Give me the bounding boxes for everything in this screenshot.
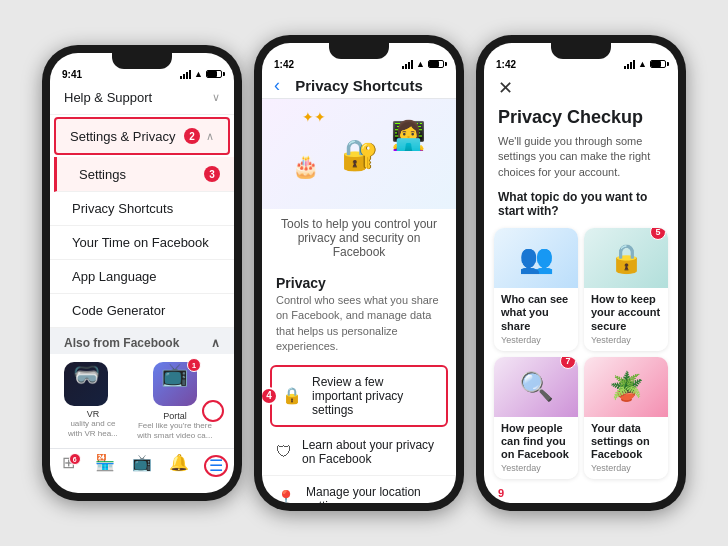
wifi-icon-1: ▲ [194,69,203,79]
watch-icon: 📺 [132,455,152,471]
settings-privacy-badge: 2 [184,128,200,144]
app-vr-name: VR [64,409,122,419]
settings-item[interactable]: Settings 3 [54,157,234,192]
p2-title: Privacy Shortcuts [295,77,423,94]
menu-icon: ☰ [204,455,228,477]
battery-3 [650,60,666,68]
status-icons-1: ▲ [180,69,222,79]
battery-1 [206,70,222,78]
p3-description: We'll guide you through some settings yo… [484,132,678,186]
also-section-header[interactable]: Also from Facebook ∧ [50,328,234,354]
app-vr-desc: uality and ce with VR hea... [64,419,122,438]
nav-menu[interactable]: ☰ [197,455,234,477]
lock-menu-icon: 🔒 [282,386,302,405]
tools-text: Tools to help you control your privacy a… [262,209,456,267]
card-data-title: Your data settings on Facebook [591,422,661,462]
privacy-shortcuts-item[interactable]: Privacy Shortcuts [50,192,234,226]
find-illustration: 🔍 [519,370,554,403]
card-who-title: Who can see what you share [501,293,571,333]
also-section-title: Also from Facebook [64,336,179,350]
card-data-settings[interactable]: 🪴 Your data settings on Facebook Yesterd… [584,357,668,480]
phone-3: 1:42 ▲ ✕ Privacy Checkup We'll guide you… [476,35,686,511]
gift-illustration: 🎂 [292,154,319,180]
p3-header: ✕ [484,71,678,103]
signal-1 [180,70,191,79]
location-item[interactable]: 📍 Manage your location settings [262,476,456,503]
shield-menu-icon: 🛡 [276,443,292,461]
menu-list-1: Help & Support ∨ Settings & Privacy 2 ∧ … [50,81,234,328]
app-vr-icon: 🥽 [64,362,108,406]
vr-emoji: 🥽 [73,362,100,387]
card-data-img: 🪴 [584,357,668,417]
p3-page-title: Privacy Checkup [484,103,678,132]
badge-9-num: 9 [498,487,504,499]
time-2: 1:42 [274,59,294,70]
person-illustration: 👩‍💻 [391,119,426,152]
p3-cards-grid: 👥 Who can see what you share Yesterday 🔒… [484,224,678,483]
home-badge: 6 [69,453,81,465]
app-language-item[interactable]: App Language [50,260,234,294]
nav-notifications[interactable]: 🔔 [160,455,197,477]
privacy-shortcuts-label: Privacy Shortcuts [72,201,173,216]
card-data-time: Yesterday [591,463,661,473]
data-illustration: 🪴 [609,370,644,403]
app-portal-desc: Feel like you're there with smart video … [130,421,220,440]
app-language-label: App Language [72,269,157,284]
location-label: Manage your location settings [306,485,442,503]
nav-marketplace[interactable]: 🏪 [87,455,124,477]
battery-2 [428,60,444,68]
chevron-down-icon: ∨ [212,91,220,104]
back-button[interactable]: ‹ [274,75,280,96]
who-can-see-illustration: 👥 [519,242,554,275]
p3-question: What topic do you want to start with? [484,186,678,224]
settings-privacy-label: Settings & Privacy [70,129,176,144]
review-privacy-item[interactable]: 4 🔒 Review a few important privacy setti… [270,365,448,427]
circle-highlight [202,400,224,422]
settings-label: Settings [79,167,126,182]
nav-home[interactable]: ⊞ 6 [50,455,87,477]
status-icons-3: ▲ [624,59,666,69]
card-who-body: Who can see what you share Yesterday [494,288,578,351]
app-portal[interactable]: 📺 1 Portal Feel like you're there with s… [130,362,220,440]
card-find-you[interactable]: 🔍 How people can find you on Facebook Ye… [494,357,578,480]
card-find-body: How people can find you on Facebook Yest… [494,417,578,480]
privacy-section: Privacy Control who sees what you share … [262,267,456,363]
privacy-section-title: Privacy [276,275,442,291]
your-time-item[interactable]: Your Time on Facebook [50,226,234,260]
settings-badge: 3 [204,166,220,182]
time-3: 1:42 [496,59,516,70]
p2-illustration: 👩‍💻 🎂 ✦✦ 🔐 [262,99,456,209]
wifi3-icon: ▲ [638,59,647,69]
card-find-title: How people can find you on Facebook [501,422,571,462]
help-support-label: Help & Support [64,90,152,105]
secure-illustration: 🔒 [609,242,644,275]
code-generator-item[interactable]: Code Generator [50,294,234,328]
chevron-up-icon: ∧ [206,130,214,143]
code-generator-label: Code Generator [72,303,165,318]
p2-menu: 4 🔒 Review a few important privacy setti… [262,365,456,503]
badge-4: 4 [262,387,278,405]
app-vr[interactable]: 🥽 VR uality and ce with VR hea... [64,362,122,440]
portal-badge: 1 [187,358,201,372]
card-secure-title: How to keep your account secure [591,293,661,333]
card-who-can-see[interactable]: 👥 Who can see what you share Yesterday [494,228,578,351]
help-support-item[interactable]: Help & Support ∨ [50,81,234,115]
card-account-secure[interactable]: 🔒 How to keep your account secure Yester… [584,228,668,351]
wifi-icon-2: ▲ [416,59,425,69]
your-time-label: Your Time on Facebook [72,235,209,250]
apps-section: 🥽 VR uality and ce with VR hea... 📺 1 Po… [50,354,234,448]
card-who-time: Yesterday [501,335,571,345]
portal-emoji: 📺 [161,362,188,387]
close-button[interactable]: ✕ [498,77,513,99]
card-data-body: Your data settings on Facebook Yesterday [584,417,668,480]
learn-privacy-item[interactable]: 🛡 Learn about your privacy on Facebook [262,429,456,476]
privacy-section-desc: Control who sees what you share on Faceb… [276,293,442,355]
status-icons-2: ▲ [402,59,444,69]
phone-2: 1:42 ▲ ‹ Privacy Shortcuts 👩‍💻 🎂 ✦✦ 🔐 To [254,35,464,511]
phone-1: 9:41 ▲ Help & Support ∨ Settings & Priva… [42,45,242,501]
notch-3 [551,43,611,59]
settings-privacy-item[interactable]: Settings & Privacy 2 ∧ [54,117,230,155]
learn-privacy-label: Learn about your privacy on Facebook [302,438,442,466]
bell-icon: 🔔 [169,455,189,471]
nav-watch[interactable]: 📺 [124,455,161,477]
